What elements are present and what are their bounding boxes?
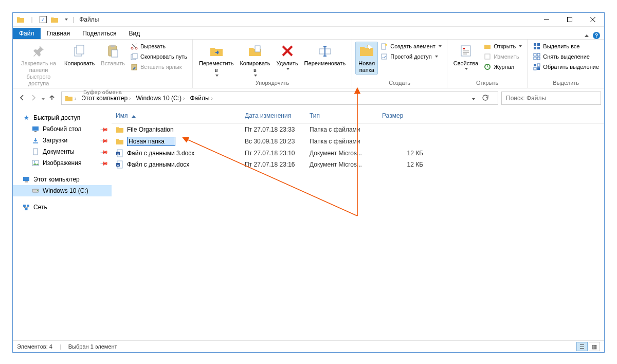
maximize-button[interactable] bbox=[558, 13, 581, 26]
close-button[interactable] bbox=[581, 13, 604, 26]
nav-back-button[interactable] bbox=[18, 94, 26, 103]
window-title: Файлы bbox=[79, 16, 99, 23]
pictures-icon bbox=[31, 159, 40, 167]
rename-button[interactable]: Переименовать bbox=[301, 42, 349, 68]
nav-recent-dropdown[interactable] bbox=[41, 95, 45, 102]
open-button[interactable]: Открыть bbox=[482, 42, 523, 51]
pin-to-quick-access-button[interactable]: Закрепить на панели быстрого доступа bbox=[16, 42, 61, 88]
svg-rect-38 bbox=[537, 53, 540, 56]
rename-icon bbox=[317, 43, 333, 59]
sidebar-item-pictures[interactable]: Изображения📌 bbox=[13, 157, 112, 169]
help-icon[interactable]: ? bbox=[593, 32, 600, 39]
file-row[interactable]: Вс 30.09.18 20:23Папка с файлами bbox=[112, 135, 604, 148]
edit-button[interactable]: Изменить bbox=[482, 52, 523, 61]
new-item-icon bbox=[380, 42, 388, 50]
ribbon-group-create: Новая папка Создать элемент Простой дост… bbox=[352, 40, 447, 88]
new-folder-button[interactable]: Новая папка bbox=[355, 42, 378, 75]
minimize-button[interactable] bbox=[535, 13, 558, 26]
invert-selection-label: Обратить выделение bbox=[543, 63, 599, 71]
ribbon-collapse-icon[interactable] bbox=[585, 34, 589, 37]
column-date[interactable]: Дата изменения bbox=[241, 110, 305, 121]
search-input[interactable] bbox=[505, 94, 597, 102]
invert-selection-button[interactable]: Обратить выделение bbox=[532, 62, 600, 71]
breadcrumb-item-pc[interactable]: Этот компьютер› bbox=[79, 95, 133, 102]
nav-forward-button[interactable] bbox=[29, 94, 38, 103]
select-none-icon bbox=[533, 52, 541, 61]
nav-up-button[interactable] bbox=[48, 94, 56, 103]
search-box[interactable] bbox=[501, 92, 601, 105]
tab-view[interactable]: Вид bbox=[122, 28, 146, 39]
select-none-label: Снять выделение bbox=[543, 52, 590, 61]
sidebar-item-downloads[interactable]: Загрузки📌 bbox=[13, 135, 112, 146]
tab-share[interactable]: Поделиться bbox=[76, 28, 122, 39]
cut-button[interactable]: Вырезать bbox=[129, 42, 188, 51]
qat-properties-button[interactable]: ✓ bbox=[39, 15, 48, 24]
ribbon-tabs: Файл Главная Поделиться Вид ? bbox=[13, 27, 604, 40]
address-bar[interactable]: › Этот компьютер› Windows 10 (C:)› Файлы… bbox=[61, 92, 498, 105]
qat-dropdown[interactable] bbox=[61, 15, 70, 24]
select-none-button[interactable]: Снять выделение bbox=[532, 52, 600, 61]
svg-rect-23 bbox=[382, 44, 386, 49]
breadcrumb-root-icon[interactable]: › bbox=[63, 94, 78, 102]
svg-rect-48 bbox=[33, 149, 38, 155]
file-row[interactable]: WФайл с данными 3.docxПт 27.07.18 23:10Д… bbox=[112, 148, 604, 159]
sidebar-item-quick-access[interactable]: ★Быстрый доступ bbox=[13, 112, 112, 123]
ribbon-group-select-label: Выделить bbox=[531, 79, 601, 87]
move-to-button[interactable]: Переместить в bbox=[196, 42, 237, 78]
copy-to-button[interactable]: Копировать в bbox=[237, 42, 273, 78]
svg-rect-31 bbox=[485, 54, 490, 59]
tab-file[interactable]: Файл bbox=[13, 28, 41, 39]
ribbon-group-open: Свойства Открыть Изменить Журнал Открыть bbox=[447, 40, 528, 88]
paste-icon bbox=[105, 43, 121, 59]
pin-icon: 📌 bbox=[100, 148, 108, 156]
svg-rect-14 bbox=[133, 53, 137, 59]
select-all-button[interactable]: Выделить все bbox=[532, 42, 600, 51]
refresh-button[interactable] bbox=[478, 94, 497, 103]
sidebar-item-network[interactable]: Сеть bbox=[13, 202, 112, 213]
column-name-label: Имя bbox=[116, 112, 128, 119]
svg-rect-45 bbox=[32, 126, 39, 131]
file-date: Вс 30.09.18 20:23 bbox=[241, 137, 305, 146]
copy-label: Копировать bbox=[64, 60, 95, 67]
view-details-button[interactable]: ☰ bbox=[576, 342, 588, 351]
documents-icon bbox=[31, 148, 40, 156]
copy-button[interactable]: Копировать bbox=[61, 42, 98, 68]
column-type[interactable]: Тип bbox=[305, 110, 378, 121]
status-bar: Элементов: 4 | Выбран 1 элемент ☰ ▦ bbox=[13, 340, 604, 352]
breadcrumb-item-current[interactable]: Файлы› bbox=[188, 95, 214, 102]
edit-label: Изменить bbox=[494, 52, 519, 61]
history-button[interactable]: Журнал bbox=[482, 62, 523, 71]
file-row[interactable]: WФайл с данными.docxПт 27.07.18 23:16Док… bbox=[112, 159, 604, 170]
open-label: Открыть bbox=[494, 42, 516, 50]
sidebar-item-drive-c[interactable]: Windows 10 (C:) bbox=[13, 185, 112, 196]
breadcrumb-item-drive[interactable]: Windows 10 (C:)› bbox=[134, 95, 187, 102]
properties-button[interactable]: Свойства bbox=[450, 42, 481, 71]
column-size[interactable]: Размер bbox=[378, 110, 427, 121]
paste-shortcut-button[interactable]: Вставить ярлык bbox=[129, 62, 188, 71]
qat-newfolder-button[interactable] bbox=[50, 15, 59, 24]
ribbon-group-clipboard: Закрепить на панели быстрого доступа Коп… bbox=[13, 40, 193, 88]
sidebar-item-documents[interactable]: Документы📌 bbox=[13, 146, 112, 157]
address-dropdown[interactable] bbox=[469, 95, 477, 102]
sidebar-item-label: Загрузки bbox=[43, 137, 67, 144]
easy-access-button[interactable]: Простой доступ bbox=[379, 52, 443, 61]
delete-button[interactable]: Удалить bbox=[274, 42, 301, 71]
sort-asc-icon bbox=[132, 115, 136, 118]
sidebar-item-desktop[interactable]: Рабочий стол📌 bbox=[13, 123, 112, 135]
copy-to-label: Копировать в bbox=[240, 60, 270, 74]
tab-home[interactable]: Главная bbox=[41, 28, 77, 39]
properties-icon bbox=[458, 43, 474, 59]
view-icons-button[interactable]: ▦ bbox=[589, 342, 600, 351]
column-name[interactable]: Имя bbox=[112, 110, 241, 121]
file-size bbox=[378, 140, 427, 142]
rename-input[interactable] bbox=[127, 137, 175, 146]
new-item-button[interactable]: Создать элемент bbox=[379, 42, 443, 51]
sidebar-item-this-pc[interactable]: Этот компьютер bbox=[13, 174, 112, 185]
copy-path-button[interactable]: Скопировать путь bbox=[129, 52, 188, 61]
paste-button[interactable]: Вставить bbox=[98, 42, 128, 68]
file-row[interactable]: File OrganisationПт 27.07.18 23:33Папка … bbox=[112, 124, 604, 135]
svg-rect-5 bbox=[77, 45, 84, 54]
svg-rect-56 bbox=[27, 205, 29, 207]
sidebar-item-label: Изображения bbox=[43, 159, 81, 167]
columns-header: Имя Дата изменения Тип Размер bbox=[112, 108, 604, 124]
